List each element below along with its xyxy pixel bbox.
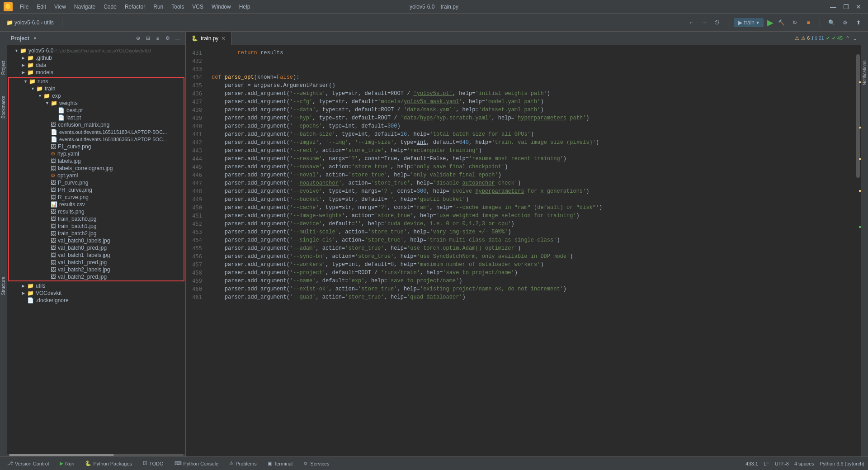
- tree-labels-jpg[interactable]: 🖼 labels.jpg: [9, 157, 184, 165]
- tree-opt-yaml[interactable]: ⚙ opt.yaml: [9, 172, 184, 179]
- tree-exp[interactable]: ▼ 📁 exp: [9, 92, 184, 100]
- tree-results-csv[interactable]: 📊 results.csv: [9, 201, 184, 208]
- python-packages-button[interactable]: 🐍 Python Packages: [81, 459, 136, 468]
- tree-results-png[interactable]: 🖼 results.png: [9, 208, 184, 215]
- tree-item-label: val_batch1_pred.jpg: [58, 259, 107, 266]
- tree-confusion-matrix[interactable]: 🖼 confusion_matrix.png: [9, 121, 184, 128]
- menu-tools[interactable]: Tools: [168, 3, 188, 11]
- minimize-button[interactable]: —: [827, 2, 839, 11]
- python-version[interactable]: Python 3.9 (pytorch): [820, 461, 864, 466]
- menu-help[interactable]: Help: [236, 3, 254, 11]
- run-config[interactable]: ▶ train ▾: [734, 18, 764, 27]
- tree-vocdevkit[interactable]: ▶ 📁 VOCdevkit: [7, 290, 185, 297]
- file-tree[interactable]: ▼ 📁 yolov5-6.0 F:\JetBrains\PycharmProje…: [7, 45, 185, 454]
- terminal-button[interactable]: ▣ Terminal: [264, 459, 297, 468]
- project-dropdown-icon[interactable]: ▾: [34, 36, 36, 41]
- tree-utils[interactable]: ▶ 📁 utils: [7, 282, 185, 290]
- settings-panel-button[interactable]: ⚙: [164, 34, 172, 43]
- problems-button[interactable]: ⚠ Problems: [226, 459, 260, 468]
- tree-root-yolov5[interactable]: ▼ 📁 yolov5-6.0 F:\JetBrains\PycharmProje…: [7, 47, 185, 54]
- settings-button[interactable]: ⚙: [839, 17, 851, 28]
- menu-vcs[interactable]: VCS: [189, 3, 207, 11]
- tab-train-py[interactable]: 🐍 train.py ✕: [186, 32, 231, 45]
- tree-models[interactable]: ▶ 📁 models: [7, 69, 185, 76]
- tree-val-batch2-pred[interactable]: 🖼 val_batch2_pred.jpg: [9, 273, 184, 280]
- tree-tfevents2[interactable]: 📄 events.out.tfevents.1651886365.LAPTOP-…: [9, 136, 184, 143]
- tree-tfevents1[interactable]: 📄 events.out.tfevents.1651151834.LAPTOP-…: [9, 128, 184, 136]
- menu-refactor[interactable]: Refactor: [121, 3, 149, 11]
- tree-item-label: confusion_matrix.png: [58, 122, 109, 128]
- menu-edit[interactable]: Edit: [33, 3, 50, 11]
- tree-runs[interactable]: ▼ 📁 runs: [9, 78, 184, 85]
- tree-hyp-yaml[interactable]: ⚙ hyp.yaml: [9, 150, 184, 157]
- project-side-label[interactable]: Project: [1, 59, 6, 76]
- bookmarks-label[interactable]: Bookmarks: [1, 94, 6, 120]
- menu-window[interactable]: Window: [208, 3, 235, 11]
- services-button[interactable]: ⛭ Services: [300, 460, 333, 468]
- maximize-button[interactable]: ❐: [840, 2, 852, 11]
- close-button[interactable]: ✕: [853, 2, 864, 11]
- cursor-position[interactable]: 433:1: [745, 461, 758, 466]
- tree-val-batch1-labels[interactable]: 🖼 val_batch1_labels.jpg: [9, 252, 184, 259]
- run-panel-button[interactable]: ▶ Run: [56, 459, 78, 468]
- recent-files-button[interactable]: ⏱: [712, 18, 722, 27]
- line-ending[interactable]: LF: [764, 461, 769, 466]
- tree-item-label: val_batch0_pred.jpg: [58, 245, 107, 251]
- menu-run[interactable]: Run: [150, 3, 167, 11]
- menu-view[interactable]: View: [51, 3, 70, 11]
- menu-navigate[interactable]: Navigate: [71, 3, 99, 11]
- nav-back-button[interactable]: ←: [686, 18, 697, 27]
- folder-icon: 📁: [27, 290, 34, 296]
- tree-labels-correlogram[interactable]: 🖼 labels_correlogram.jpg: [9, 165, 184, 172]
- build-button[interactable]: 🔨: [775, 17, 787, 28]
- stop-button[interactable]: ■: [802, 17, 814, 28]
- image-icon: 🖼: [51, 180, 56, 186]
- git-push-button[interactable]: ⬆: [853, 17, 864, 28]
- collapse-all-button[interactable]: ⊟: [144, 34, 152, 43]
- vcs-icon: ⎇: [7, 461, 13, 466]
- encoding[interactable]: UTF-8: [775, 461, 789, 466]
- python-console-button[interactable]: ⌨ Python Console: [171, 459, 222, 468]
- tab-more-icon[interactable]: ⌄: [853, 35, 857, 42]
- tree-train-batch1[interactable]: 🖼 train_batch1.jpg: [9, 223, 184, 230]
- code-editor[interactable]: return results def parse_opt(known=False…: [206, 45, 855, 456]
- tree-train-batch2[interactable]: 🖼 train_batch2.jpg: [9, 230, 184, 237]
- indent-size[interactable]: 4 spaces: [794, 461, 814, 466]
- sort-button[interactable]: ≡: [154, 34, 162, 43]
- tree-item-label: opt.yaml: [57, 172, 78, 179]
- tree-r-curve[interactable]: 🖼 R_curve.png: [9, 194, 184, 201]
- locate-file-button[interactable]: ⊕: [134, 34, 142, 43]
- menu-file[interactable]: File: [16, 3, 32, 11]
- menu-code[interactable]: Code: [100, 3, 120, 11]
- tree-train[interactable]: ▼ 📁 train: [9, 85, 184, 92]
- tree-github[interactable]: ▶ 📁 .github: [7, 54, 185, 62]
- close-panel-button[interactable]: —: [174, 34, 182, 43]
- tree-val-batch0-pred[interactable]: 🖼 val_batch0_pred.jpg: [9, 244, 184, 252]
- structure-label[interactable]: Structure: [1, 275, 6, 297]
- notifications-label[interactable]: Notifications: [862, 59, 867, 87]
- tree-f1-curve[interactable]: 🖼 F1_curve.png: [9, 143, 184, 150]
- tree-item-label: train_batch2.jpg: [58, 230, 96, 237]
- run-button[interactable]: ▶: [767, 18, 774, 28]
- services-label: Services: [310, 461, 329, 466]
- tree-last-pt[interactable]: 📄 last.pt: [9, 114, 184, 121]
- tree-data[interactable]: ▶ 📁 data: [7, 62, 185, 69]
- search-button[interactable]: 🔍: [826, 17, 837, 28]
- version-control-button[interactable]: ⎇ Version Control: [4, 459, 52, 468]
- tree-p-curve[interactable]: 🖼 P_curve.png: [9, 179, 184, 186]
- tree-weights[interactable]: ▼ 📁 weights: [9, 100, 184, 107]
- nav-forward-button[interactable]: →: [699, 18, 710, 27]
- tree-dockerignore[interactable]: 📄 .dockerignore: [7, 297, 185, 304]
- tree-val-batch1-pred[interactable]: 🖼 val_batch1_pred.jpg: [9, 259, 184, 266]
- todo-button[interactable]: ☑ TODO: [139, 459, 167, 468]
- tab-close-button[interactable]: ✕: [221, 35, 226, 42]
- problems-icon: ⚠: [229, 461, 234, 466]
- tree-best-pt[interactable]: 📄 best.pt: [9, 107, 184, 114]
- tree-pr-curve[interactable]: 🖼 PR_curve.png: [9, 186, 184, 194]
- tree-item-label: models: [36, 69, 53, 76]
- refresh-button[interactable]: ↻: [789, 17, 801, 28]
- tab-expand-icon[interactable]: ⌃: [845, 35, 850, 42]
- tree-val-batch2-labels[interactable]: 🖼 val_batch2_labels.jpg: [9, 266, 184, 273]
- tree-train-batch0[interactable]: 🖼 train_batch0.jpg: [9, 215, 184, 223]
- tree-val-batch0-labels[interactable]: 🖼 val_batch0_labels.jpg: [9, 237, 184, 244]
